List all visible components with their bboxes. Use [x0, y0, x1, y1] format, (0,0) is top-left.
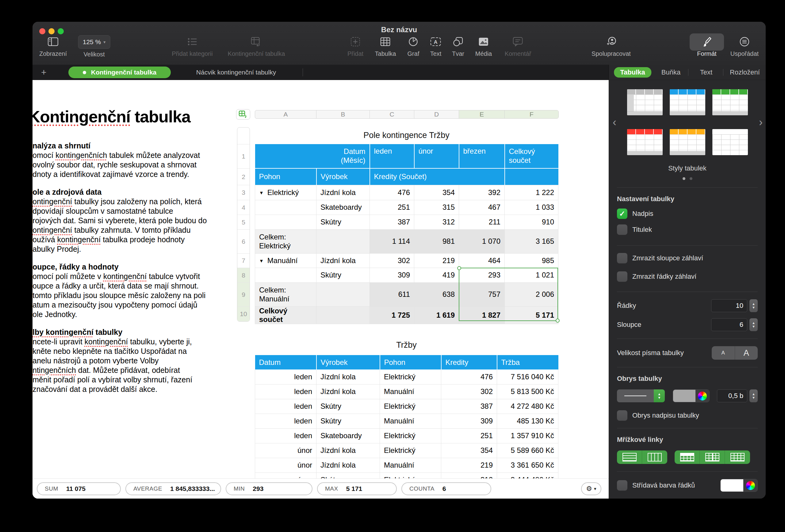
document-title[interactable]: Kontingenční tabulka [32, 107, 235, 126]
pivot-cell-product[interactable] [316, 306, 370, 324]
pivot-cell-group[interactable] [255, 200, 316, 214]
columns-stepper[interactable]: ▴▾ [750, 318, 758, 331]
pivot-cell-value[interactable]: 985 [505, 253, 558, 268]
page-dot-active[interactable] [683, 177, 685, 180]
font-size-segmented-control[interactable]: A A [712, 346, 758, 360]
checkbox-row-titulek[interactable]: Titulek [617, 224, 758, 235]
status-pill-min[interactable]: MIN293 [226, 482, 312, 495]
sales-table[interactable]: DatumVýrobekPohonKredityTržbaledenJízdní… [255, 355, 558, 487]
pivot-cell-value[interactable]: 309 [370, 268, 414, 282]
sales-cell[interactable]: Jízdní kola [316, 384, 380, 399]
pivot-cell-group[interactable]: Celkem: Elektrický [255, 229, 316, 253]
column-header-D[interactable]: D [414, 110, 459, 118]
sales-cell[interactable]: leden [255, 428, 316, 443]
sales-cell[interactable]: Elektrický [380, 399, 441, 414]
table-style-orange[interactable] [670, 129, 705, 155]
inspector-tab-rozlozeni[interactable]: Rozložení [730, 68, 760, 76]
table-handle-button[interactable] [236, 109, 250, 120]
media-button[interactable]: Média [475, 35, 492, 57]
table-style-gray[interactable] [627, 89, 663, 115]
pivot-cell-value[interactable]: 419 [414, 268, 459, 282]
row-header-4[interactable]: 4 [237, 200, 250, 215]
pivot-cell-value[interactable]: 1 021 [505, 268, 558, 282]
checkbox-row-stridava-barva[interactable]: Střídavá barva řádků [617, 480, 720, 490]
row-header-7[interactable]: 7 [237, 254, 250, 268]
pivot-cell-value[interactable]: 387 [370, 214, 414, 229]
chart-button[interactable]: Graf [407, 35, 420, 57]
format-button[interactable]: Formát [697, 35, 716, 57]
sales-cell[interactable]: Elektrický [380, 443, 441, 458]
gridline-header-rows-button[interactable] [675, 451, 700, 464]
status-pill-counta[interactable]: COUNTA6 [401, 482, 491, 495]
status-pill-average[interactable]: AVERAGE1 845,833333... [125, 482, 221, 495]
pivot-cell-value[interactable]: 315 [414, 200, 459, 214]
status-options-button[interactable]: ⚙ ▾ [581, 482, 601, 495]
text-button[interactable]: A Text [430, 35, 441, 57]
color-wheel-icon[interactable] [743, 479, 757, 491]
view-button[interactable]: Zobrazení [39, 35, 67, 57]
pivot-cell-value[interactable]: 1 619 [414, 306, 459, 324]
gridline-all-button[interactable] [725, 451, 750, 464]
font-larger-button[interactable]: A [735, 346, 758, 360]
column-header-C[interactable]: C [370, 110, 414, 118]
checkbox-checked[interactable]: ✓ [617, 208, 627, 219]
pivot-cell-value[interactable]: 467 [459, 200, 505, 214]
pivot-cell-value[interactable]: 1 070 [459, 229, 505, 253]
color-swatch[interactable] [720, 479, 743, 491]
sales-cell[interactable]: únor [255, 443, 316, 458]
table-style-green[interactable] [712, 89, 748, 115]
table-style-red[interactable] [627, 129, 663, 155]
column-header-F[interactable]: F [505, 110, 558, 118]
line-style-dropdown[interactable] [617, 389, 654, 402]
sales-cell[interactable]: 7 516 040 Kč [497, 370, 558, 384]
pivot-cell-value[interactable]: 2 006 [505, 282, 558, 306]
column-header-B[interactable]: B [316, 110, 370, 118]
pivot-table[interactable]: Datum (Měsíc)ledenúnorbřezenCelkový souč… [255, 144, 558, 324]
line-style-stepper[interactable]: ▴▾ [654, 389, 665, 402]
sales-cell[interactable]: 302 [441, 384, 497, 399]
color-swatch[interactable] [673, 390, 695, 402]
pivot-cell-value[interactable]: 981 [414, 229, 459, 253]
checkbox[interactable] [617, 480, 627, 490]
pivot-header-datum[interactable]: Datum (Měsíc) [255, 144, 370, 168]
sales-cell[interactable]: leden [255, 370, 316, 384]
disclosure-triangle-icon[interactable]: ▼ [259, 258, 264, 263]
disclosure-triangle-icon[interactable]: ▼ [259, 190, 264, 195]
pivot-cell-product[interactable]: Skútry [316, 214, 370, 229]
sales-cell[interactable]: 4 272 480 Kč [497, 399, 558, 414]
row-header-8[interactable]: 8 [237, 268, 250, 283]
sales-cell[interactable]: Jízdní kola [316, 370, 380, 384]
pivot-cell-value[interactable]: 3 165 [505, 229, 558, 253]
pivot-cell-group[interactable] [255, 214, 316, 229]
gridline-header-columns-button[interactable] [700, 451, 725, 464]
sales-cell[interactable]: 3 361 650 Kč [497, 458, 558, 473]
zoom-dropdown[interactable]: 125 % ▾ [78, 35, 110, 49]
sales-cell[interactable]: 387 [441, 399, 497, 414]
pivot-header-c[interactable]: Kredity (Součet) [370, 168, 505, 185]
inspector-tab-bunka[interactable]: Buňka [661, 68, 680, 76]
row-header-blank[interactable] [237, 128, 250, 145]
row-header-1[interactable]: 1 [237, 145, 250, 169]
font-smaller-button[interactable]: A [712, 346, 735, 360]
table-button[interactable]: Tabulka [375, 35, 396, 57]
checkbox[interactable] [617, 253, 627, 263]
pivot-cell-value[interactable]: 476 [370, 185, 414, 200]
gridline-horizontal-button[interactable] [617, 451, 642, 464]
add-sheet-button[interactable]: + [41, 67, 47, 78]
sales-cell[interactable]: leden [255, 414, 316, 428]
pivot-cell-value[interactable]: 638 [414, 282, 459, 306]
styles-prev-button[interactable]: ‹ [613, 116, 616, 129]
inspector-tab-text[interactable]: Text [700, 68, 712, 76]
pivot-header-month[interactable]: únor [414, 144, 459, 168]
sales-cell[interactable]: Skateboardy [316, 428, 380, 443]
outline-width-field[interactable]: 0,5 b [717, 389, 747, 402]
shape-button[interactable]: Tvar [452, 35, 464, 57]
pivot-cell-value[interactable]: 757 [459, 282, 505, 306]
row-header-3[interactable]: 3 [237, 185, 250, 200]
checkbox-row-zmrazit-radky[interactable]: Zmrazit řádky záhlaví [617, 271, 758, 282]
sales-cell[interactable]: 5 813 500 Kč [497, 384, 558, 399]
pivot-cell-product[interactable]: Skútry [316, 268, 370, 282]
row-header-2[interactable]: 2 [237, 169, 250, 185]
pivot-cell-group[interactable]: ▼Elektrický [255, 185, 316, 200]
pivot-cell-value[interactable]: 1 033 [505, 200, 558, 214]
